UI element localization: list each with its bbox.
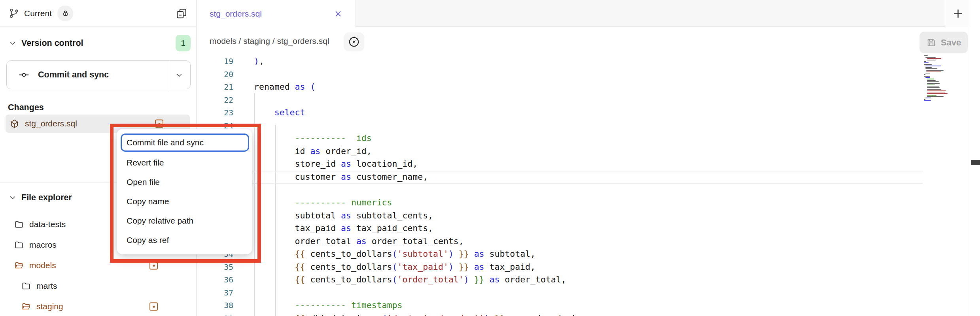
commit-and-sync-split-button: Commit and sync — [6, 60, 191, 89]
folder-icon — [21, 281, 31, 291]
commit-icon — [19, 70, 29, 80]
minimap-line — [927, 90, 946, 91]
lineage-button[interactable] — [344, 32, 364, 51]
minimap-line — [927, 58, 941, 59]
modified-file-indicator — [155, 120, 163, 128]
minimap-line — [927, 95, 936, 96]
code-line-26: 26 id as order_id, — [197, 145, 971, 158]
minimap-line — [927, 86, 939, 87]
version-control-header[interactable]: Version control 1 — [0, 35, 196, 51]
code-text: select — [254, 106, 305, 119]
changes-file-name: stg_orders.sql — [25, 119, 77, 128]
minimap-line — [927, 80, 936, 81]
sidebar-item-models[interactable]: models — [0, 255, 196, 276]
save-button[interactable]: Save — [919, 32, 968, 53]
right-panel-strip — [971, 0, 980, 316]
code-text: {{ dbt.date_trunc('day', 'ordered_at') }… — [254, 312, 577, 316]
menu-item-copy-as-ref[interactable]: Copy as ref — [117, 230, 252, 250]
folder-name: macros — [29, 240, 57, 250]
code-text: ---------- ids — [254, 132, 372, 145]
code-text: {{ cents_to_dollars('subtotal') }} as su… — [254, 248, 535, 261]
minimap-line — [927, 83, 940, 84]
code-line-20: 20 — [197, 68, 971, 81]
minimap-line — [924, 100, 931, 101]
code-line-27: 27 store_id as location_id, — [197, 158, 971, 171]
code-line-25: 25 ---------- ids — [197, 132, 971, 145]
folder-icon — [14, 220, 24, 229]
minimap-line — [927, 96, 944, 97]
minimap-line — [924, 99, 925, 100]
chevron-down-icon — [9, 39, 17, 47]
dbt-ide-app: Current — [0, 0, 980, 316]
code-line-31: 31 subtotal as subtotal_cents, — [197, 209, 971, 222]
changes-section-title: Changes — [8, 100, 44, 115]
editor-minimap[interactable] — [924, 55, 970, 316]
branch-selector-row[interactable]: Current — [0, 0, 196, 27]
menu-item-copy-relative-path[interactable]: Copy relative path — [117, 211, 252, 230]
sidebar-item-staging[interactable]: staging — [0, 296, 196, 316]
code-line-39: 39 {{ dbt.date_trunc('day', 'ordered_at'… — [197, 312, 971, 316]
minimap-line — [925, 67, 932, 68]
menu-item-open-file[interactable]: Open file — [117, 172, 252, 192]
commit-button-label: Commit and sync — [38, 70, 109, 80]
minimap-line — [927, 92, 945, 92]
branch-name: Current — [24, 9, 52, 18]
code-line-32: 32 tax_paid as tax_paid_cents, — [197, 222, 971, 235]
sidebar-item-marts[interactable]: marts — [0, 276, 196, 296]
version-control-title: Version control — [21, 38, 83, 48]
line-number: 36 — [197, 273, 233, 286]
minimap-line — [926, 70, 944, 71]
code-line-23: 23 select — [197, 106, 971, 119]
breadcrumb-bar: models / staging / stg_orders.sql Save — [197, 27, 971, 55]
minimap-line — [927, 79, 934, 79]
commit-and-sync-button[interactable]: Commit and sync — [7, 61, 168, 89]
tab-bar: stg_orders.sql — [197, 0, 971, 27]
menu-item-copy-name[interactable]: Copy name — [117, 192, 252, 211]
code-line-21: 21renamed as ( — [197, 81, 971, 94]
minimap-line — [926, 71, 941, 72]
line-number: 37 — [197, 286, 233, 299]
modified-folder-indicator — [149, 303, 158, 311]
code-line-30: 30 ---------- numerics — [197, 196, 971, 209]
minimap-line — [925, 57, 936, 58]
plus-icon — [952, 8, 964, 20]
file-context-menu: Commit file and syncRevert fileOpen file… — [117, 129, 252, 254]
code-line-36: 36 {{ cents_to_dollars('order_total') }}… — [197, 273, 971, 286]
new-tab-button[interactable] — [945, 0, 971, 27]
panel-resize-handle[interactable] — [971, 160, 980, 165]
code-text: ---------- numerics — [254, 196, 392, 209]
minimap-line — [927, 81, 939, 82]
code-editor[interactable]: 19),2021renamed as (2223 select2425 ----… — [197, 55, 971, 316]
folder-name: data-tests — [29, 220, 66, 229]
code-text: store_id as location_id, — [254, 158, 418, 171]
commit-options-dropdown[interactable] — [168, 61, 190, 89]
branch-lock-chip — [57, 6, 73, 21]
menu-item-revert-file[interactable]: Revert file — [117, 153, 252, 172]
minimap-line — [925, 68, 937, 69]
line-number: 20 — [197, 68, 233, 81]
code-text: tax_paid as tax_paid_cents, — [254, 222, 433, 235]
code-text: {{ cents_to_dollars('tax_paid') }} as ta… — [254, 261, 535, 274]
folder-open-icon — [14, 261, 24, 270]
save-button-label: Save — [941, 38, 961, 48]
minimap-line — [927, 87, 940, 88]
minimap-line — [924, 64, 932, 65]
code-text: {{ cents_to_dollars('order_total') }} as… — [254, 273, 566, 286]
lock-icon — [61, 9, 70, 17]
menu-item-commit-file-and-sync[interactable]: Commit file and sync — [121, 134, 249, 152]
line-number: 22 — [197, 94, 233, 107]
folder-name: staging — [36, 302, 63, 311]
copy-files-icon[interactable] — [176, 8, 187, 19]
minimap-line — [924, 74, 925, 75]
minimap-line — [925, 66, 941, 66]
code-line-19: 19), — [197, 55, 971, 68]
code-line-29: 29 — [197, 184, 971, 197]
tab-stg-orders[interactable]: stg_orders.sql — [197, 0, 356, 27]
line-number: 19 — [197, 55, 233, 68]
line-number: 35 — [197, 261, 233, 274]
chevron-down-icon — [175, 71, 183, 79]
code-text: ), — [254, 55, 264, 68]
folder-name: marts — [36, 281, 57, 291]
tab-close-icon[interactable] — [333, 9, 343, 19]
code-line-37: 37 — [197, 286, 971, 299]
